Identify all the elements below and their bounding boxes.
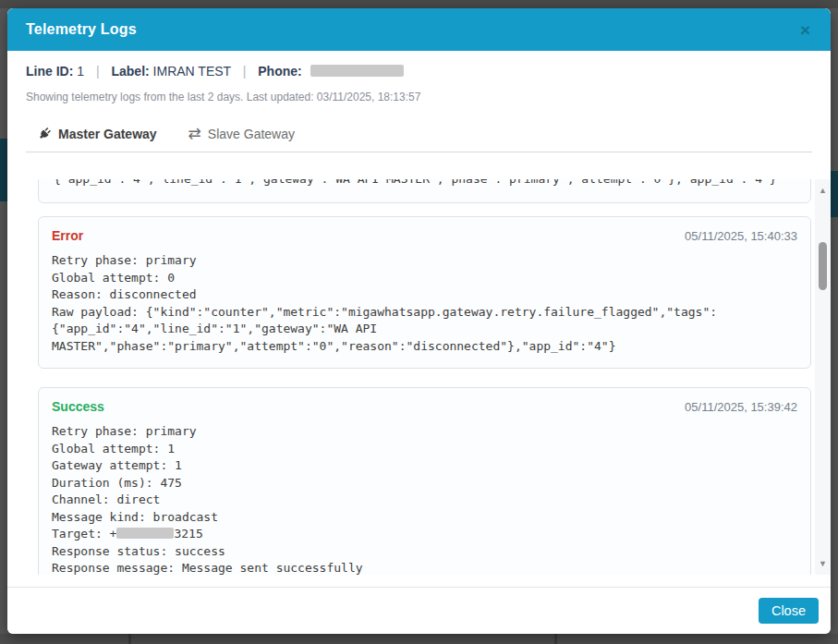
log-line: Target: +3215	[52, 526, 797, 543]
modal-footer: Close	[7, 587, 831, 634]
log-line: Raw payload: {"kind":"counter","metric":…	[52, 304, 797, 322]
log-entry-body: Retry phase: primaryGlobal attempt: 1Gat…	[39, 414, 810, 575]
log-timestamp: 05/11/2025, 15:40:33	[685, 229, 797, 243]
exchange-icon: ⇄	[188, 126, 201, 141]
log-entry-card-partial: {"app_id":"4","line_id":"1","gateway":"W…	[38, 179, 811, 203]
target-redacted-value	[116, 528, 174, 539]
background-accent-right	[831, 171, 838, 217]
label-value: IMRAN TEST	[153, 64, 231, 79]
separator: |	[243, 64, 247, 79]
log-line: Retry phase: primary	[52, 252, 797, 270]
background-strip-bottom	[0, 634, 838, 644]
log-line: Gateway attempt: 1	[52, 457, 797, 475]
log-list: {"app_id":"4","line_id":"1","gateway":"W…	[26, 179, 815, 575]
log-line: Retry phase: primary	[52, 423, 797, 441]
log-line: {"app_id":"4","line_id":"1","gateway":"W…	[39, 179, 810, 188]
gateway-tabs: Master Gateway ⇄ Slave Gateway	[26, 126, 812, 141]
log-line: MASTER","phase":"primary","attempt":"0",…	[52, 338, 797, 356]
modal-header: Telemetry Logs ×	[7, 8, 831, 51]
log-line: Global attempt: 1	[52, 441, 797, 458]
log-line: Global attempt: 0	[52, 270, 797, 287]
phone-label: Phone:	[258, 64, 301, 79]
status-badge: Error	[52, 228, 83, 243]
modal-body: Line ID: 1 | Label: IMRAN TEST | Phone: …	[7, 51, 831, 152]
log-line: Response status: success	[52, 543, 797, 561]
background-divider	[128, 634, 131, 644]
tab-label: Master Gateway	[58, 127, 157, 141]
line-id-label: Line ID:	[26, 64, 73, 79]
tabs-divider	[26, 152, 812, 152]
scrollbar-up-arrow[interactable]: ▲	[815, 183, 831, 198]
tab-slave-gateway[interactable]: ⇄ Slave Gateway	[188, 126, 295, 141]
close-button[interactable]: Close	[759, 598, 819, 624]
log-entry-body: Retry phase: primaryGlobal attempt: 0Rea…	[39, 243, 810, 368]
log-line: Channel: direct	[52, 492, 797, 509]
label-label: Label:	[111, 64, 149, 79]
background-strip-top	[0, 0, 838, 8]
log-entry-header: Success05/11/2025, 15:39:42	[39, 388, 810, 414]
scrollbar-down-arrow[interactable]: ▼	[815, 556, 831, 571]
log-scroll-region[interactable]: {"app_id":"4","line_id":"1","gateway":"W…	[26, 179, 831, 575]
phone-redacted-value	[310, 65, 404, 77]
log-entry-header: Error05/11/2025, 15:40:33	[39, 217, 810, 243]
log-line: Message kind: broadcast	[52, 509, 797, 527]
close-icon[interactable]: ×	[798, 21, 812, 39]
line-id-value: 1	[77, 64, 84, 79]
log-line: Reason: disconnected	[52, 286, 797, 304]
status-badge: Success	[52, 399, 104, 414]
log-scrollbar: ▲ ▼	[815, 179, 831, 575]
tab-master-gateway[interactable]: Master Gateway	[38, 126, 157, 141]
log-entry-card: Error05/11/2025, 15:40:33Retry phase: pr…	[38, 216, 811, 369]
background-divider	[554, 634, 557, 644]
log-entry-card: Success05/11/2025, 15:39:42Retry phase: …	[38, 387, 811, 575]
log-line: Duration (ms): 475	[52, 475, 797, 492]
modal-title: Telemetry Logs	[26, 21, 137, 38]
telemetry-logs-modal: Telemetry Logs × Line ID: 1 | Label: IMR…	[7, 8, 831, 634]
log-line: {"app_id":"4","line_id":"1","gateway":"W…	[52, 321, 797, 338]
log-line: Response message: Message sent successfu…	[52, 560, 797, 575]
log-timestamp: 05/11/2025, 15:39:42	[685, 400, 797, 414]
separator: |	[96, 64, 100, 79]
logs-subtitle: Showing telemetry logs from the last 2 d…	[26, 91, 812, 103]
plug-icon	[35, 124, 55, 143]
tab-label: Slave Gateway	[208, 127, 295, 141]
scrollbar-thumb[interactable]	[819, 242, 827, 290]
line-info-bar: Line ID: 1 | Label: IMRAN TEST | Phone:	[26, 64, 812, 79]
